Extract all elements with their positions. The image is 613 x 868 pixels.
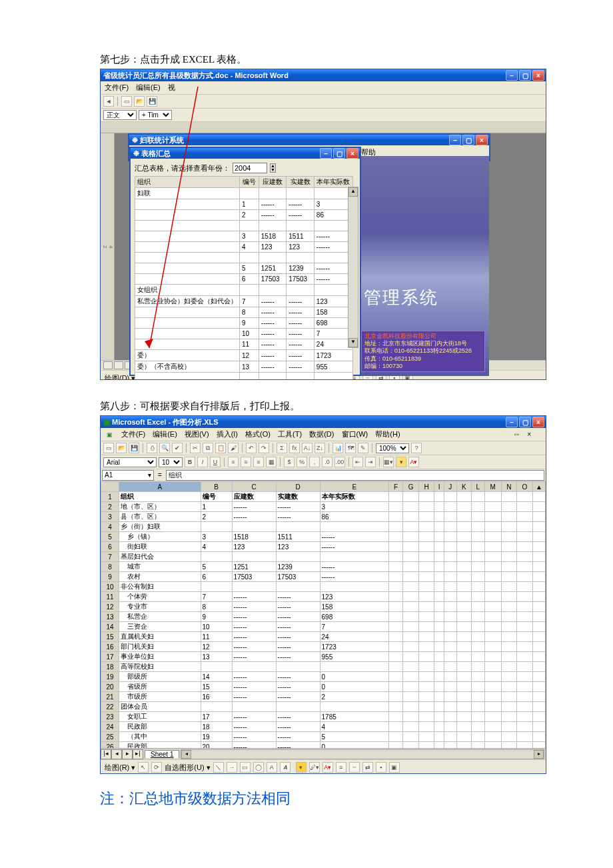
col-header[interactable]: O <box>516 482 532 492</box>
save-icon[interactable]: 💾 <box>129 443 139 453</box>
cell[interactable] <box>501 712 516 722</box>
col-header[interactable]: K <box>456 482 471 492</box>
save-icon[interactable]: 💾 <box>147 96 157 107</box>
cell[interactable] <box>419 742 434 749</box>
cell[interactable]: 市级所 <box>119 692 201 702</box>
cell[interactable] <box>484 712 501 722</box>
cell[interactable] <box>484 702 501 712</box>
table-row[interactable]: 14 三资企10------------7 <box>101 622 546 632</box>
table-row[interactable]: 25 （其中19------------5 <box>101 732 546 742</box>
cell[interactable] <box>484 542 501 552</box>
align-center-icon[interactable]: ≡ <box>241 457 251 467</box>
cell[interactable] <box>135 329 240 339</box>
cell[interactable] <box>533 582 546 592</box>
cell[interactable]: 4 <box>320 722 389 732</box>
cell[interactable] <box>484 532 501 542</box>
cell[interactable] <box>135 221 240 231</box>
rotate-icon[interactable]: ⟳ <box>151 762 162 773</box>
excel-menu-format[interactable]: 格式(O) <box>245 430 271 438</box>
cell[interactable] <box>533 682 546 692</box>
cell[interactable] <box>501 582 516 592</box>
format-painter-icon[interactable]: 🖌 <box>228 443 239 453</box>
line-color-icon[interactable]: 🖊▾ <box>309 762 320 773</box>
table-row[interactable]: 2------------86 <box>135 210 353 221</box>
cell[interactable]: ------ <box>259 318 287 329</box>
cell[interactable]: 19 <box>201 732 232 742</box>
cell[interactable]: 私营企 <box>119 612 201 622</box>
cell[interactable] <box>471 602 484 612</box>
cell[interactable] <box>533 532 546 542</box>
col-header[interactable]: G <box>403 482 419 492</box>
cell[interactable]: ------ <box>276 612 320 622</box>
cell[interactable] <box>389 552 403 562</box>
cell[interactable] <box>516 502 532 512</box>
cell[interactable] <box>444 632 456 642</box>
row-header[interactable]: 13 <box>101 612 119 622</box>
undo-icon[interactable]: ↶ <box>246 443 257 453</box>
cell[interactable] <box>456 662 471 672</box>
cell[interactable] <box>501 632 516 642</box>
cell[interactable]: 1251 <box>232 562 276 572</box>
excel-menu-tools[interactable]: 工具(T) <box>278 430 302 438</box>
cell[interactable]: ------ <box>287 199 314 210</box>
row-header[interactable]: 26 <box>101 742 119 749</box>
cell[interactable] <box>419 732 434 742</box>
cell[interactable]: 1518 <box>232 532 276 542</box>
cell[interactable]: （其中 <box>119 732 201 742</box>
cell[interactable]: ------ <box>287 350 314 361</box>
cell[interactable] <box>403 572 419 582</box>
cell[interactable] <box>314 188 352 199</box>
cell[interactable] <box>434 692 444 702</box>
cell[interactable] <box>533 722 546 732</box>
cell[interactable] <box>533 692 546 702</box>
print-icon[interactable]: ⎙ <box>147 443 157 453</box>
cell[interactable] <box>276 662 320 672</box>
table-row[interactable]: 5 乡（镇）315181511------ <box>101 532 546 542</box>
cell[interactable]: ------ <box>314 231 352 242</box>
cell[interactable]: 15 <box>201 682 232 692</box>
cell[interactable] <box>389 642 403 652</box>
cell[interactable] <box>501 722 516 732</box>
cell[interactable] <box>456 672 471 682</box>
rect-icon[interactable]: ▭ <box>240 762 251 773</box>
cell[interactable] <box>516 642 532 652</box>
cell[interactable] <box>201 662 232 672</box>
cell[interactable]: 17503 <box>232 572 276 582</box>
cell[interactable] <box>434 562 444 572</box>
new-icon[interactable]: ▭ <box>103 443 114 453</box>
maximize-icon[interactable]: ▢ <box>519 417 531 427</box>
row-header[interactable]: 6 <box>101 542 119 552</box>
cell[interactable]: ------ <box>259 307 287 318</box>
font-size-select[interactable]: 10 <box>159 457 183 467</box>
merge-center-icon[interactable]: ▦ <box>266 457 277 467</box>
table-row[interactable]: 3县（市、区）2------------86 <box>101 512 546 522</box>
minimize-icon[interactable]: – <box>449 135 461 145</box>
cell[interactable]: 7 <box>201 592 232 602</box>
col-header[interactable]: E <box>320 482 389 492</box>
cell[interactable] <box>403 722 419 732</box>
cell[interactable]: 9 <box>201 612 232 622</box>
cell[interactable]: ------ <box>276 692 320 702</box>
cell[interactable] <box>484 672 501 682</box>
cell[interactable] <box>516 702 532 712</box>
cell[interactable] <box>533 642 546 652</box>
worksheet[interactable]: A B C D E F G H I J K L M N O ▲ <box>101 481 546 748</box>
cell[interactable]: 17503 <box>259 274 287 285</box>
cell[interactable]: 乡（街）妇联 <box>119 522 201 532</box>
cell[interactable]: 8 <box>201 602 232 612</box>
cell[interactable] <box>516 512 532 522</box>
cell[interactable] <box>320 522 389 532</box>
cell[interactable] <box>501 542 516 552</box>
table-row[interactable]: 1------------3 <box>135 199 353 210</box>
col-bn[interactable]: 本年实际数 <box>314 177 352 188</box>
row-header[interactable]: 14 <box>101 622 119 632</box>
cell[interactable]: 民政部 <box>119 742 201 749</box>
table-row[interactable]: 17事业单位妇13------------955 <box>101 652 546 662</box>
cell[interactable] <box>419 662 434 672</box>
cell[interactable] <box>389 712 403 722</box>
cell[interactable] <box>471 592 484 602</box>
cell[interactable] <box>484 742 501 749</box>
cell[interactable] <box>516 692 532 702</box>
cell[interactable]: 高等院校妇 <box>119 662 201 672</box>
cell[interactable] <box>276 552 320 562</box>
